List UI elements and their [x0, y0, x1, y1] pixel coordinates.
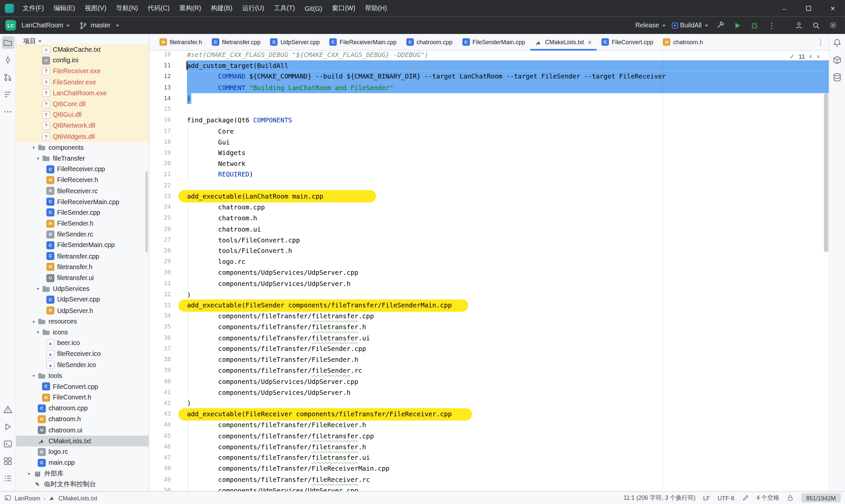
tree-item-FileSender.h[interactable]: FileSender.h: [16, 218, 149, 229]
branch-selector[interactable]: master: [80, 21, 121, 29]
menu-item-8[interactable]: 工具(T): [269, 0, 300, 17]
problems-tool-button[interactable]: [1, 403, 14, 416]
tree-item-FileReceiver.exe[interactable]: FileReceiver.exe: [16, 66, 149, 77]
tree-item-Qt6Core.dll[interactable]: Qt6Core.dll: [16, 98, 149, 109]
tree-item-FileReceiverMain.cpp[interactable]: FileReceiverMain.cpp: [16, 196, 149, 207]
memory-indicator[interactable]: 851/1942M: [802, 493, 841, 502]
terminal-tool-button[interactable]: [1, 437, 14, 450]
tree-item-FileConvert.cpp[interactable]: FileConvert.cpp: [16, 381, 149, 392]
tree-item-fileTransfer[interactable]: ▾fileTransfer: [16, 153, 149, 164]
tree-item-fileReceiver.ico[interactable]: fileReceiver.ico: [16, 349, 149, 360]
more-tool-windows-button[interactable]: [1, 105, 14, 118]
menu-item-0[interactable]: 文件(F): [18, 0, 49, 17]
menu-item-5[interactable]: 重构(R): [174, 0, 206, 17]
todo-tool-button[interactable]: [1, 472, 14, 485]
tree-item-chatroom.cpp[interactable]: chatroom.cpp: [16, 403, 149, 414]
menu-item-3[interactable]: 导航(N): [111, 0, 143, 17]
menu-item-4[interactable]: 代码(C): [143, 0, 175, 17]
tree-item-fileReceiver.rc[interactable]: fileReceiver.rc: [16, 185, 149, 196]
structure-tool-button[interactable]: [1, 88, 14, 101]
chevron-right-icon[interactable]: ▸: [25, 471, 33, 476]
tree-item-components[interactable]: ▾components: [16, 142, 149, 153]
tree-item-resources[interactable]: ▾resources: [16, 316, 149, 327]
tab-filetransfer.h[interactable]: filetransfer.h: [155, 34, 207, 50]
tree-item-CMakeCache.txt[interactable]: CMakeCache.txt: [16, 44, 149, 55]
services-tool-button[interactable]: [1, 454, 14, 467]
tab-FileSenderMain.cpp[interactable]: FileSenderMain.cpp: [457, 34, 530, 50]
project-tree-scrollbar[interactable]: [145, 171, 148, 252]
prev-problem-icon[interactable]: [809, 54, 812, 59]
code-with-me-button[interactable]: [792, 19, 805, 32]
chevron-down-icon[interactable]: ▾: [34, 329, 42, 335]
build-button[interactable]: [714, 19, 726, 32]
database-tool-button[interactable]: [831, 71, 844, 84]
tree-item-logo.rc[interactable]: logo.rc: [16, 446, 149, 457]
indent-widget[interactable]: 4 个空格: [757, 494, 779, 502]
maximize-button[interactable]: [796, 0, 821, 17]
search-everywhere-button[interactable]: [809, 19, 822, 32]
tree-item-UdpServices[interactable]: ▾UdpServices: [16, 283, 149, 294]
chevron-down-icon[interactable]: ▾: [30, 145, 38, 150]
tab-filetransfer.cpp[interactable]: filetransfer.cpp: [207, 34, 265, 50]
minimize-button[interactable]: [772, 0, 796, 17]
encoding-widget[interactable]: UTF-8: [718, 495, 735, 501]
tree-item-FileSenderMain.cpp[interactable]: FileSenderMain.cpp: [16, 240, 149, 251]
tree-item-filetransfer.ui[interactable]: filetransfer.ui: [16, 272, 149, 283]
tree-item-chatroom.h[interactable]: chatroom.h: [16, 414, 149, 425]
tool-window-widget-button[interactable]: [4, 494, 11, 501]
debug-button[interactable]: [748, 19, 761, 32]
more-actions-button[interactable]: [765, 19, 778, 32]
next-problem-icon[interactable]: [816, 54, 820, 59]
tab-chatroom.cpp[interactable]: chatroom.cpp: [401, 34, 457, 50]
run-button[interactable]: [731, 19, 744, 32]
menu-item-10[interactable]: 窗口(W): [327, 0, 360, 17]
tree-item-chatroom.ui[interactable]: chatroom.ui: [16, 425, 149, 435]
tree-item-FileConvert.h[interactable]: FileConvert.h: [16, 392, 149, 403]
project-selector[interactable]: LanChatRoom: [20, 21, 71, 29]
tab-CMakeLists.txt[interactable]: CMakeLists.txt: [530, 34, 597, 50]
project-badge-icon[interactable]: LC: [5, 20, 16, 31]
caret-position-widget[interactable]: 11:1 (206 字符, 3 个换行符): [623, 494, 696, 502]
build-type-selector[interactable]: Release: [634, 21, 666, 29]
tree-item-FileSender.exe[interactable]: FileSender.exe: [16, 77, 149, 88]
tree-item-Qt6Gui.dll[interactable]: Qt6Gui.dll: [16, 109, 149, 120]
close-tab-icon[interactable]: [588, 38, 592, 46]
tab-FileReceiverMain.cpp[interactable]: FileReceiverMain.cpp: [324, 34, 401, 50]
tree-item-FileReceiver.h[interactable]: FileReceiver.h: [16, 175, 149, 185]
tree-item-LanChatRoom.exe[interactable]: LanChatRoom.exe: [16, 88, 149, 98]
inspections-widget[interactable]: 11: [789, 53, 820, 60]
tab-FileConvert.cpp[interactable]: FileConvert.cpp: [597, 34, 658, 50]
tree-item-FileSender.cpp[interactable]: FileSender.cpp: [16, 207, 149, 218]
settings-button[interactable]: [827, 19, 839, 32]
tree-item-filetransfer.h[interactable]: filetransfer.h: [16, 262, 149, 272]
run-tool-button[interactable]: [1, 420, 14, 433]
tree-item-fileSender.ico[interactable]: fileSender.ico: [16, 360, 149, 371]
chevron-down-icon[interactable]: ▾: [30, 319, 38, 324]
menu-item-11[interactable]: 帮助(H): [360, 0, 392, 17]
tree-item-beer.ico[interactable]: beer.ico: [16, 338, 149, 349]
tab-chatroom.h[interactable]: chatroom.h: [658, 34, 708, 50]
tree-item-外部库[interactable]: ▸外部库: [16, 468, 149, 479]
tree-item-UdpServer.cpp[interactable]: UdpServer.cpp: [16, 294, 149, 305]
tree-item-UdpServer.h[interactable]: UdpServer.h: [16, 305, 149, 316]
tab-UdpServer.cpp[interactable]: UdpServer.cpp: [265, 34, 324, 50]
tree-item-icons[interactable]: ▾icons: [16, 327, 149, 338]
pull-requests-tool-button[interactable]: [1, 71, 14, 84]
tree-item-fileSender.rc[interactable]: fileSender.rc: [16, 229, 149, 240]
edit-mode-button[interactable]: [742, 494, 749, 501]
build-tool-button[interactable]: [831, 53, 844, 66]
tree-item-Qt6Network.dll[interactable]: Qt6Network.dll: [16, 120, 149, 131]
tree-item-tools[interactable]: ▾tools: [16, 371, 149, 381]
chevron-down-icon[interactable]: ▾: [34, 286, 42, 291]
commit-tool-button[interactable]: [1, 53, 14, 66]
close-button[interactable]: [821, 0, 845, 17]
code-editor[interactable]: 10#set(CMAKE_CXX_FLAGS_DEBUG "${CMAKE_CX…: [149, 51, 829, 491]
tree-item-临时文件和控制台[interactable]: 临时文件和控制台: [16, 479, 149, 490]
menu-item-1[interactable]: 编辑(E): [49, 0, 80, 17]
tree-item-main.cpp[interactable]: main.cpp: [16, 457, 149, 468]
readonly-toggle-button[interactable]: [787, 494, 794, 501]
run-config-selector[interactable]: BuildAll: [671, 21, 709, 29]
menu-item-7[interactable]: 运行(U): [237, 0, 269, 17]
menu-item-2[interactable]: 视图(V): [80, 0, 111, 17]
editor-scrollbar[interactable]: [824, 93, 828, 252]
